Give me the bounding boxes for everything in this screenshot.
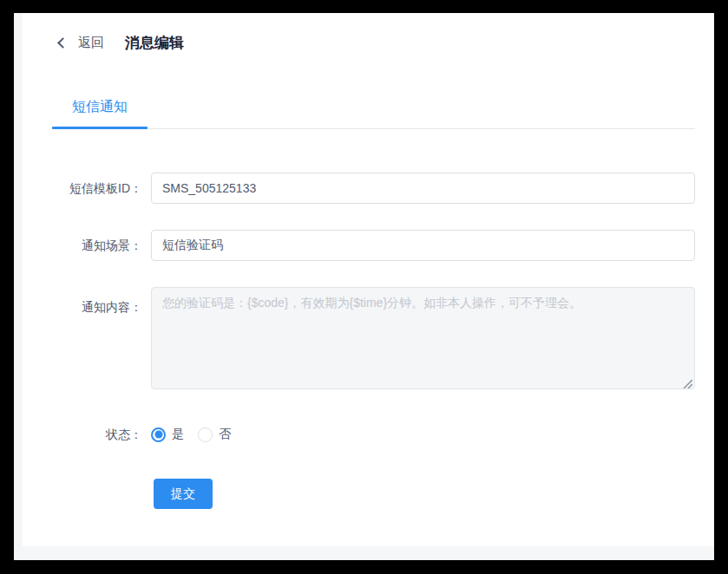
status-label: 状态：: [23, 426, 151, 443]
page-background: 返回 消息编辑 短信通知 短信模板ID： 通知场景： 通知内容：: [14, 13, 714, 560]
page-title: 消息编辑: [125, 33, 184, 53]
radio-unselected-icon: [198, 427, 213, 442]
form-row-status: 状态： 是 否: [23, 426, 714, 443]
radio-yes-label: 是: [172, 427, 184, 442]
scene-label: 通知场景：: [23, 230, 151, 261]
screen-frame: 返回 消息编辑 短信通知 短信模板ID： 通知场景： 通知内容：: [0, 0, 728, 574]
content-textarea[interactable]: [151, 287, 695, 389]
message-edit-form: 短信模板ID： 通知场景： 通知内容：: [23, 173, 714, 509]
form-row-scene: 通知场景：: [23, 230, 714, 261]
radio-yes[interactable]: 是: [151, 427, 184, 442]
scene-input[interactable]: [151, 230, 695, 261]
radio-no-label: 否: [219, 427, 231, 442]
radio-no[interactable]: 否: [198, 427, 231, 442]
form-row-content: 通知内容：: [23, 287, 714, 393]
submit-button[interactable]: 提交: [154, 479, 213, 509]
form-row-submit: 提交: [23, 479, 714, 509]
tab-sms-notification[interactable]: 短信通知: [52, 91, 148, 128]
radio-selected-icon: [151, 427, 166, 442]
content-textarea-wrap: [151, 287, 695, 393]
page-header: 返回 消息编辑: [23, 13, 714, 53]
template-id-label: 短信模板ID：: [23, 173, 151, 204]
content-card: 返回 消息编辑 短信通知 短信模板ID： 通知场景： 通知内容：: [23, 13, 714, 546]
chevron-left-icon: [57, 37, 69, 49]
status-radio-group: 是 否: [151, 427, 245, 442]
template-id-input[interactable]: [151, 173, 695, 204]
content-label: 通知内容：: [23, 287, 151, 393]
back-button[interactable]: 返回: [59, 35, 104, 51]
tab-bar: 短信通知: [52, 91, 695, 129]
back-label: 返回: [78, 35, 104, 51]
form-row-template-id: 短信模板ID：: [23, 173, 714, 204]
